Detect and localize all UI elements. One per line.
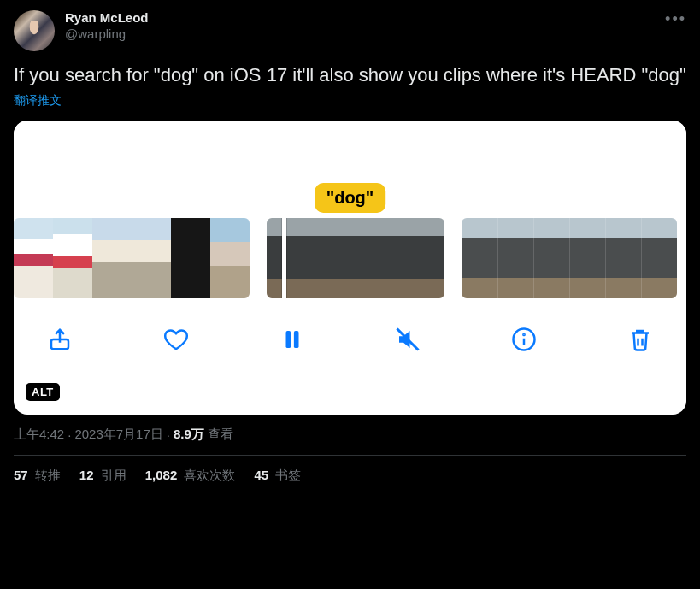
heart-icon[interactable]: [159, 322, 193, 356]
pause-icon[interactable]: [275, 322, 309, 356]
clip-thumbnail[interactable]: [14, 218, 250, 298]
retweets-stat[interactable]: 57 转推: [14, 468, 61, 484]
tweet-date: 2023年7月17日: [74, 427, 162, 443]
quotes-stat[interactable]: 12 引用: [79, 468, 126, 484]
trash-icon[interactable]: [623, 322, 657, 356]
user-block[interactable]: Ryan McLeod @warpling: [65, 10, 655, 43]
media-toolbar: [14, 303, 686, 367]
views-count: 8.9万: [174, 427, 204, 443]
more-icon[interactable]: •••: [665, 10, 686, 28]
likes-stat[interactable]: 1,082 喜欢次数: [145, 468, 236, 484]
avatar[interactable]: [14, 10, 55, 51]
tweet-meta[interactable]: 上午4:42 · 2023年7月17日 · 8.9万 查看: [14, 427, 686, 443]
tweet: Ryan McLeod @warpling ••• If you search …: [0, 0, 700, 484]
views-label: 查看: [208, 427, 233, 443]
handle: @warpling: [65, 27, 655, 43]
info-icon[interactable]: [507, 322, 541, 356]
bookmarks-stat[interactable]: 45 书签: [254, 468, 301, 484]
tweet-time: 上午4:42: [14, 427, 64, 443]
translate-link[interactable]: 翻译推文: [14, 93, 62, 109]
clip-thumbnail[interactable]: [267, 218, 444, 298]
svg-rect-1: [285, 331, 291, 348]
svg-point-5: [524, 333, 525, 334]
tweet-header: Ryan McLeod @warpling •••: [14, 10, 686, 51]
media-upper: "dog": [14, 121, 686, 218]
alt-badge[interactable]: ALT: [26, 383, 60, 401]
tweet-stats: 57 转推 12 引用 1,082 喜欢次数 45 书签: [14, 456, 686, 484]
video-timeline[interactable]: [14, 218, 686, 303]
tweet-media[interactable]: "dog": [14, 121, 686, 415]
mute-icon[interactable]: [391, 322, 425, 356]
tweet-text: If you search for "dog" on iOS 17 it'll …: [14, 63, 686, 88]
caption-badge: "dog": [315, 183, 386, 213]
share-icon[interactable]: [43, 322, 77, 356]
clip-thumbnail[interactable]: [462, 218, 677, 298]
svg-rect-2: [293, 331, 298, 348]
playhead[interactable]: [282, 218, 286, 298]
display-name: Ryan McLeod: [65, 10, 655, 27]
